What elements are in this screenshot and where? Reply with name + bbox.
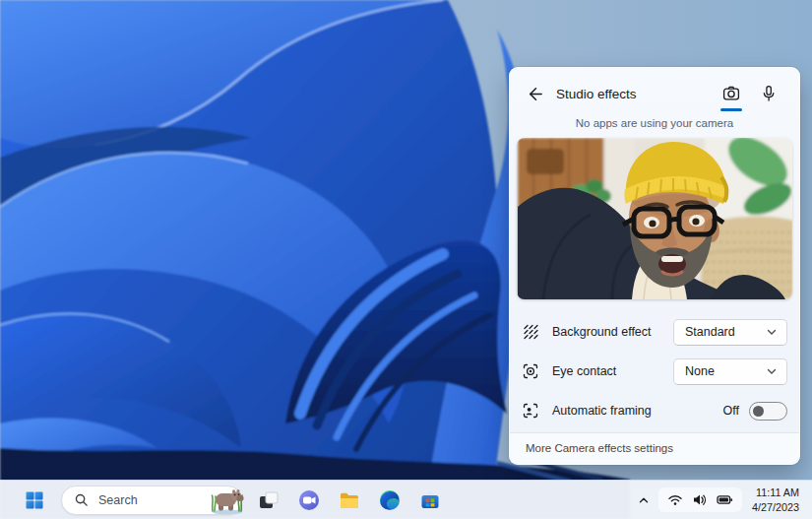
taskbar-search-box[interactable] [61, 486, 242, 515]
active-tab-indicator [720, 108, 742, 111]
file-explorer-button[interactable] [336, 487, 363, 514]
row-label: Background effect [552, 325, 673, 339]
row-background-effect: Background effect Standard [522, 312, 787, 352]
row-label: Eye contact [552, 364, 673, 378]
taskbar: 11:11 AM 4/27/2023 [0, 480, 812, 519]
flyout-header: Studio effects [510, 68, 799, 110]
start-button[interactable] [21, 487, 48, 514]
taskbar-left [0, 481, 444, 519]
tab-microphone[interactable] [754, 79, 783, 108]
file-explorer-icon [338, 488, 361, 512]
chevron-down-icon [766, 326, 778, 338]
microsoft-store-icon [418, 488, 442, 512]
automatic-framing-toggle[interactable] [749, 402, 787, 421]
edge-button[interactable] [376, 487, 404, 514]
search-input[interactable] [96, 492, 207, 508]
automatic-framing-icon [522, 402, 539, 420]
hidden-icons-button[interactable] [633, 487, 655, 513]
windows-start-icon [24, 489, 45, 511]
clock-time: 11:11 AM [752, 486, 799, 499]
row-eye-contact: Eye contact None [522, 352, 787, 391]
battery-icon [717, 492, 733, 507]
search-magnifier-icon [74, 492, 89, 507]
flyout-title: Studio effects [556, 87, 637, 101]
background-effect-icon [522, 323, 539, 341]
chevron-down-icon [766, 365, 778, 377]
dropdown-value: Standard [685, 325, 766, 339]
store-button[interactable] [416, 487, 444, 514]
row-automatic-framing: Automatic framing Off [522, 391, 787, 430]
background-effect-dropdown[interactable]: Standard [673, 319, 787, 346]
camera-preview [517, 138, 792, 299]
more-camera-settings-link[interactable]: More Camera effects settings [510, 432, 799, 464]
volume-icon [692, 492, 708, 507]
taskbar-right: 11:11 AM 4/27/2023 [633, 481, 812, 519]
back-button[interactable] [522, 81, 547, 106]
clock[interactable]: 11:11 AM 4/27/2023 [746, 483, 805, 516]
dropdown-value: None [685, 364, 766, 378]
clock-date: 4/27/2023 [752, 500, 799, 514]
wifi-icon [667, 492, 683, 507]
camera-status-text: No apps are using your camera [510, 110, 799, 135]
effect-rows: Background effect Standard Eye con [510, 299, 799, 430]
task-view-button[interactable] [255, 487, 282, 514]
task-view-icon [257, 488, 281, 512]
edge-icon [378, 488, 402, 512]
search-highlight-button[interactable] [207, 486, 248, 515]
toggle-state-label: Off [723, 404, 739, 418]
row-label: Automatic framing [552, 404, 723, 418]
camera-icon [721, 84, 741, 103]
microphone-icon [759, 84, 779, 103]
eye-contact-icon [522, 362, 539, 380]
hippo-icon [207, 487, 248, 515]
system-tray-group[interactable] [658, 487, 742, 512]
eye-contact-dropdown[interactable]: None [673, 358, 787, 385]
back-arrow-icon [526, 85, 544, 103]
tab-camera[interactable] [717, 79, 746, 108]
toggle-knob [753, 406, 764, 417]
chat-button[interactable] [295, 487, 323, 514]
chevron-up-icon [637, 493, 651, 507]
chat-icon [297, 488, 321, 512]
studio-effects-flyout: Studio effects No apps are using [509, 67, 800, 465]
